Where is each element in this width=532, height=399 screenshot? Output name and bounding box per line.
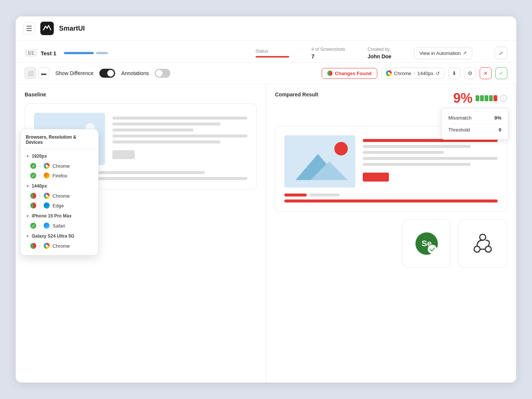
chrome-label: Chrome <box>394 71 411 76</box>
resolution-group-galaxy: ▼ Galaxy S24 Ultra 5G • Chrome <box>21 231 98 251</box>
resolution-label: 1440px <box>417 71 433 76</box>
safari-icon <box>44 223 50 229</box>
close-icon: ✕ <box>483 70 488 76</box>
mismatch-tooltip: Missmatch 9% Threshold 0 <box>441 108 508 140</box>
browser-label-edge: Edge <box>53 203 64 208</box>
resolution-label-1440: 1440px <box>32 183 47 189</box>
browser-item-chrome-1920[interactable]: ✓ • Chrome <box>21 161 98 171</box>
svg-point-11 <box>428 245 437 254</box>
mbar-2 <box>480 95 484 101</box>
threshold-label: Threshold <box>448 127 470 133</box>
hamburger-button[interactable] <box>23 22 35 34</box>
check-circle-half-icon <box>30 193 36 199</box>
browser-item-edge-1440[interactable]: • Edge <box>21 201 98 210</box>
screenshots-count: 7 <box>312 53 345 59</box>
mock-line <box>112 123 220 126</box>
settings-button[interactable]: ⚙ <box>464 67 476 79</box>
approve-button[interactable]: ✓ <box>495 67 507 79</box>
screenshots-label: # of Screenshots <box>312 47 345 52</box>
browser-label-firefox: Firefox <box>53 173 68 179</box>
resolution-header-1920[interactable]: ▼ 1920px <box>21 151 98 161</box>
smartui-logo-icon <box>40 22 54 35</box>
tooltip-threshold-row: Threshold 0 <box>448 126 501 134</box>
tag-bar-small <box>96 52 108 54</box>
resolution-label-1920: 1920px <box>32 154 47 159</box>
mock-line <box>363 163 471 166</box>
mismatch-percent: 9% <box>453 92 473 105</box>
chrome-badge[interactable]: Chrome • 1440px ↺ <box>381 68 445 79</box>
test-meta: Status # of Screenshots 7 Created by Joh… <box>256 47 507 59</box>
check-circle-icon: ✓ <box>30 223 36 229</box>
changes-found-button[interactable]: Changes Found <box>322 68 377 79</box>
compared-footer <box>284 194 498 202</box>
resolution-header-iphone[interactable]: ▼ iPhone 15 Pro Max <box>21 211 98 221</box>
toolbar-row: ⬜ ▬ Show Difference Annotations Changes … <box>16 63 516 84</box>
compare-area: Baseline <box>16 84 516 383</box>
annotations-label: Annotations <box>121 70 149 76</box>
compared-panel: Compared Result 9% i Missmatch <box>266 84 516 383</box>
mbar-1 <box>476 95 479 101</box>
footer-red-line <box>284 194 307 197</box>
test-id-badge: 1/1 <box>25 49 37 57</box>
share-button[interactable]: ⤢ <box>495 47 507 59</box>
download-button[interactable]: ⬇ <box>448 67 460 79</box>
footer-red-line-2 <box>284 200 498 202</box>
browsers-panel-title: Browsers, Resolution & Devices <box>21 134 98 149</box>
svg-point-13 <box>485 246 491 252</box>
split-view-button[interactable]: ⬜ <box>25 68 36 79</box>
browser-label-safari: Safari <box>53 223 65 229</box>
check-circle-icon: ✓ <box>30 173 36 179</box>
resolution-header-1440[interactable]: ▼ 1440px <box>21 181 98 191</box>
annotations-toggle[interactable] <box>155 69 170 78</box>
check-circle-half-icon <box>30 243 36 249</box>
bottom-icons-area: Se <box>275 219 507 268</box>
changes-found-label: Changes Found <box>335 71 371 76</box>
view-automation-button[interactable]: View in Automation ↗ <box>414 47 472 59</box>
share-icon: ⤢ <box>499 50 503 56</box>
screenshots-group: # of Screenshots 7 <box>312 47 345 59</box>
status-group: Status <box>256 49 289 58</box>
baseline-lines <box>112 113 247 159</box>
browser-item-firefox-1920[interactable]: ✓ • Firefox <box>21 171 98 180</box>
view-automation-label: View in Automation <box>420 50 461 56</box>
single-view-button[interactable]: ▬ <box>38 68 49 79</box>
gear-icon: ⚙ <box>468 70 473 76</box>
browser-item-safari-iphone[interactable]: ✓ • Safari <box>21 221 98 231</box>
hamburger-line-2 <box>27 28 32 29</box>
svg-point-12 <box>474 246 480 252</box>
compared-image <box>284 135 355 188</box>
chevron-down-icon: ▼ <box>26 214 30 218</box>
chevron-down-icon: ▼ <box>26 184 30 188</box>
show-diff-label: Show Difference <box>55 70 93 76</box>
external-link-icon: ↗ <box>463 50 467 56</box>
footer-line <box>310 194 340 197</box>
view-toggle: ⬜ ▬ <box>25 68 49 79</box>
resolution-label-galaxy: Galaxy S24 Ultra 5G <box>32 233 74 239</box>
edge-icon <box>44 202 50 208</box>
created-by-label: Created by <box>368 47 392 52</box>
chrome-icon <box>44 163 50 169</box>
status-label: Status <box>256 49 289 54</box>
created-by-value: John Doe <box>368 53 392 59</box>
mbar-4 <box>489 95 493 101</box>
browser-label-chrome-1440: Chrome <box>53 193 70 199</box>
mock-line <box>112 140 220 143</box>
browser-item-chrome-galaxy[interactable]: • Chrome <box>21 241 98 251</box>
show-diff-toggle[interactable] <box>99 69 115 78</box>
reload-icon: ↺ <box>436 71 440 76</box>
reject-button[interactable]: ✕ <box>480 67 492 79</box>
chevron-down-icon: ▼ <box>26 154 30 158</box>
browser-item-chrome-1440[interactable]: • Chrome <box>21 191 98 201</box>
info-icon[interactable]: i <box>500 95 507 102</box>
toolbar-right: Changes Found Chrome • 1440px ↺ ⬇ ⚙ ✕ ✓ <box>322 67 507 79</box>
mock-line <box>112 134 247 137</box>
status-bar <box>256 56 289 58</box>
mock-line <box>363 145 471 148</box>
header: SmartUI <box>16 16 516 41</box>
single-view-icon: ▬ <box>41 70 46 76</box>
test-info-row: 1/1 Test 1 Status # of Screenshots 7 Cre… <box>16 41 516 63</box>
resolution-header-galaxy[interactable]: ▼ Galaxy S24 Ultra 5G <box>21 231 98 241</box>
chrome-icon <box>44 193 50 199</box>
chrome-dot: • <box>414 71 415 76</box>
svg-point-14 <box>480 234 486 240</box>
